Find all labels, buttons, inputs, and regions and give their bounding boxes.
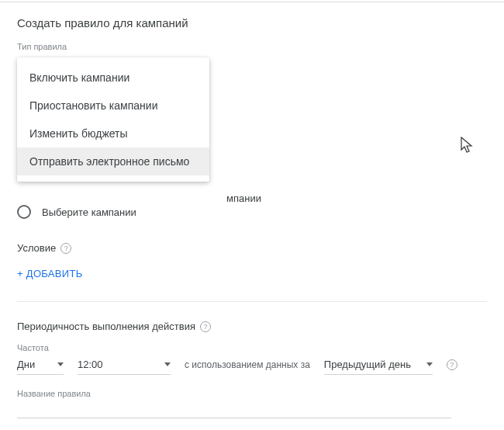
add-condition-button[interactable]: + ДОБАВИТЬ [17,268,83,279]
help-icon[interactable]: ? [60,243,71,254]
condition-heading: Условие [17,242,56,254]
obscured-text: мпании [226,192,261,204]
page-title: Создать правило для кампаний [17,16,487,29]
rule-name-label: Название правила [17,389,487,398]
chevron-down-icon [164,362,171,366]
rule-type-dropdown[interactable]: Включить кампании Приостановить кампании… [17,57,209,182]
frequency-period-value: Дни [17,359,35,370]
help-icon[interactable]: ? [200,321,211,332]
divider [17,301,487,302]
data-range-value: Предыдущий день [324,359,411,370]
rule-type-option[interactable]: Приостановить кампании [17,92,209,120]
using-data-text: с использованием данных за [185,359,310,375]
rule-type-option[interactable]: Изменить бюджеты [17,120,209,147]
chevron-down-icon [426,362,433,366]
data-range-select[interactable]: Предыдущий день [324,355,433,375]
frequency-label: Частота [17,343,64,352]
rule-type-label: Тип правила [17,42,487,51]
rule-name-input[interactable] [17,401,451,418]
frequency-time-value: 12:00 [78,359,103,370]
frequency-time-select[interactable]: 12:00 [78,355,171,375]
radio-label: Выберите кампании [42,206,136,218]
help-icon[interactable]: ? [447,359,457,370]
rule-type-option[interactable]: Включить кампании [17,64,209,92]
apply-to-radio-row[interactable]: Выберите кампании [17,205,487,219]
radio-icon[interactable] [17,205,31,219]
frequency-period-select[interactable]: Дни [17,355,64,375]
chevron-down-icon [57,362,64,366]
frequency-heading: Периодичность выполнения действия [17,321,195,332]
rule-type-option[interactable]: Отправить электронное письмо [17,147,209,175]
